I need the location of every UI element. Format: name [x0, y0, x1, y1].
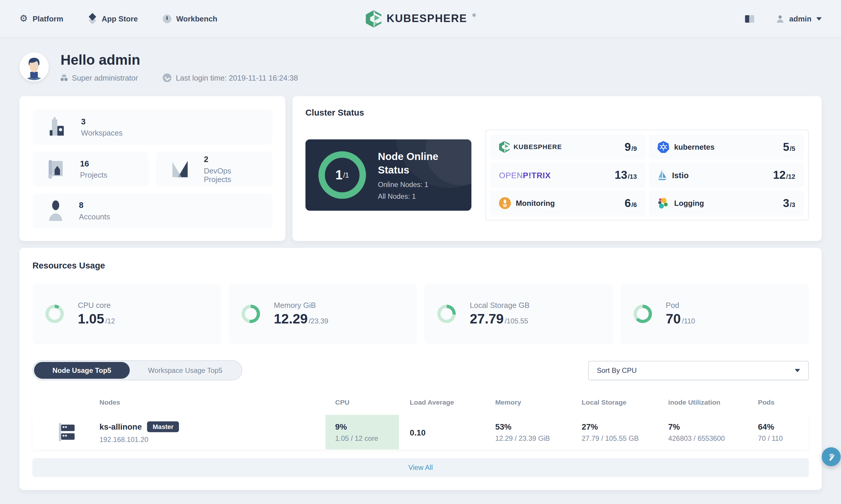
- sort-by-value: Sort By CPU: [597, 366, 636, 375]
- logging-value: 3: [783, 197, 789, 210]
- projects-count: 16: [80, 159, 107, 168]
- tab-node-usage-top5[interactable]: Node Usage Top5: [34, 362, 130, 379]
- user-menu[interactable]: admin: [776, 14, 822, 23]
- projects-tile[interactable]: 16 Projects: [32, 152, 148, 186]
- cluster-body: 1/1 Node Online Status Online Nodes: 1 A…: [305, 130, 809, 220]
- select-caret-icon: [795, 369, 800, 372]
- hello-meta: Super administrator Last login time: 201…: [60, 73, 298, 82]
- stats-card: 3 Workspaces 16 Proj: [19, 96, 285, 241]
- view-all-button[interactable]: View All: [32, 458, 809, 477]
- role-icon: [60, 75, 68, 81]
- accounts-count: 8: [79, 200, 110, 210]
- sort-by-select[interactable]: Sort By CPU: [588, 360, 809, 380]
- last-login-meta: Last login time: 2019-11-11 16:24:38: [163, 73, 298, 82]
- col-inode-utilization: inode Utilization: [658, 399, 747, 407]
- col-memory: Memory: [484, 399, 571, 407]
- node-online-ring: 1/1: [318, 151, 366, 199]
- projects-icon: [48, 159, 65, 179]
- pods-cell: 64% 70 / 110: [747, 422, 815, 443]
- nav-platform-label: Platform: [33, 14, 63, 23]
- pod-gauge-tile: Pod 70/110: [620, 284, 809, 344]
- cpu-gauge-tile: CPU core 1.05/12: [32, 284, 221, 344]
- pods-detail: 70 / 110: [758, 434, 816, 443]
- storage-gauge-tile: Local Storage GB 27.79/105.55: [424, 284, 613, 344]
- toolbox-fab-button[interactable]: [822, 447, 841, 466]
- inode-detail: 426803 / 6553600: [668, 434, 747, 443]
- pod-gauge-total: /110: [682, 317, 695, 325]
- kubesphere-component-icon: [499, 141, 510, 153]
- pod-gauge-value: 70: [666, 311, 681, 327]
- workspaces-label: Workspaces: [81, 128, 123, 137]
- devops-count: 2: [204, 155, 258, 163]
- gear-icon: ⚙: [19, 14, 28, 23]
- accounts-label: Accounts: [79, 212, 110, 221]
- openpitrix-total: /13: [628, 173, 637, 181]
- kubernetes-icon: [658, 141, 669, 153]
- pod-gauge-label: Pod: [666, 301, 695, 309]
- node-name[interactable]: ks-allinone: [100, 422, 142, 431]
- hello-section: Hello admin Super administrator Last log…: [19, 52, 822, 82]
- kubernetes-value: 5: [783, 141, 789, 154]
- resources-usage-title: Resources Usage: [32, 261, 809, 271]
- devops-projects-tile[interactable]: 2 DevOps Projects: [156, 152, 273, 186]
- nav-platform[interactable]: ⚙ Platform: [19, 14, 63, 23]
- memory-donut: [241, 305, 260, 323]
- tab-workspace-usage-top5[interactable]: Workspace Usage Top5: [130, 362, 241, 379]
- openpitrix-wordmark: OPENP!TRIX: [499, 170, 551, 180]
- topbar-right: admin: [745, 14, 822, 23]
- component-logging: Logging 3/3: [649, 191, 804, 216]
- resources-usage-card: Resources Usage CPU core 1.05/12 Memory …: [19, 248, 822, 490]
- projects-label: Projects: [80, 171, 107, 179]
- monitoring-total: /6: [631, 201, 637, 209]
- component-istio: Istio 12/12: [649, 163, 804, 187]
- kubesphere-total: /9: [631, 145, 637, 152]
- nav-app-store[interactable]: App Store: [88, 14, 138, 23]
- cpu-donut: [45, 305, 64, 323]
- workspaces-tile[interactable]: 3 Workspaces: [32, 109, 273, 145]
- component-openpitrix: OPENP!TRIX 13/13: [490, 163, 645, 187]
- master-badge: Master: [147, 421, 179, 432]
- storage-detail: 27.79 / 105.55 GB: [582, 434, 658, 443]
- workspaces-icon: [48, 116, 66, 138]
- usage-tabs: Node Usage Top5 Workspace Usage Top5: [32, 360, 243, 380]
- node-online-total: /1: [343, 171, 349, 179]
- pods-percent: 64%: [758, 422, 816, 431]
- col-load-average: Load Average: [399, 399, 484, 407]
- memory-gauge-tile: Memory GiB 12.29/23.39: [228, 284, 417, 344]
- node-online-value: 1: [335, 168, 343, 183]
- node-online-title: Node Online Status: [378, 150, 453, 177]
- component-logging-name: Logging: [674, 199, 704, 207]
- inode-percent: 7%: [668, 422, 747, 431]
- last-login-label: Last login time: 2019-11-11 16:24:38: [176, 73, 298, 82]
- cluster-status-card: Cluster Status 1/1 Node Online Status On…: [293, 96, 822, 241]
- table-row[interactable]: ks-allinone Master 192.168.101.20 9% 1.0…: [32, 415, 809, 450]
- app-store-icon: [88, 14, 97, 23]
- istio-icon: [658, 169, 667, 181]
- main-nav: ⚙ Platform App Store Workbench: [19, 14, 217, 23]
- storage-gauge-total: /105.55: [505, 317, 528, 325]
- workspaces-count: 3: [81, 117, 123, 126]
- accounts-tile[interactable]: 8 Accounts: [32, 194, 273, 228]
- col-nodes: Nodes: [100, 399, 326, 407]
- cpu-gauge-value: 1.05: [78, 311, 104, 327]
- local-storage-cell: 27% 27.79 / 105.55 GB: [571, 422, 658, 443]
- kubesphere-logo[interactable]: KUBESPHERE ®: [366, 10, 475, 28]
- user-name: admin: [789, 14, 811, 23]
- logo-text: KUBESPHERE: [387, 12, 467, 25]
- devops-label: DevOps Projects: [204, 166, 258, 184]
- components-panel: KUBESPHERE 9/9: [486, 130, 809, 220]
- cpu-percent: 9%: [335, 422, 399, 431]
- cluster-status-title: Cluster Status: [305, 108, 809, 118]
- cpu-gauge-label: CPU core: [78, 301, 115, 309]
- accounts-icon: [48, 200, 64, 221]
- node-usage-table: Nodes CPU Load Average Memory Local Stor…: [32, 396, 809, 477]
- col-cpu: CPU: [326, 399, 399, 407]
- storage-gauge-label: Local Storage GB: [470, 301, 530, 309]
- avatar: [19, 52, 49, 82]
- docs-panel-icon[interactable]: [745, 15, 754, 23]
- memory-percent: 53%: [495, 422, 571, 431]
- logo-registered-mark: ®: [473, 13, 476, 18]
- topbar: ⚙ Platform App Store Workbench KUBESPHER…: [0, 0, 841, 38]
- kubesphere-dashboard: ⚙ Platform App Store Workbench KUBESPHER…: [0, 0, 841, 504]
- nav-workbench[interactable]: Workbench: [163, 14, 217, 23]
